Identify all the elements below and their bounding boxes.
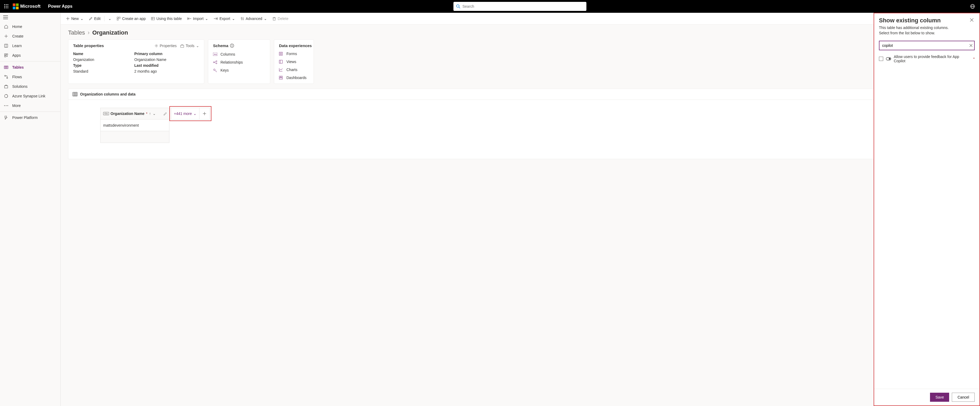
app-launcher-button[interactable] <box>2 2 11 11</box>
columns-data-section: Organization columns and data Abc Organi… <box>68 89 972 159</box>
brand-text: Microsoft <box>20 4 41 9</box>
nav-solutions[interactable]: Solutions <box>0 82 60 91</box>
panel-subtitle-1: This table has additional existing colum… <box>879 25 975 30</box>
prop-modified-value: 2 months ago <box>134 69 196 73</box>
card-title: Data experiences <box>279 43 312 48</box>
nav-learn[interactable]: Learn <box>0 41 60 51</box>
clear-search-button[interactable] <box>969 44 972 47</box>
chevron-right-icon: › <box>88 29 90 36</box>
plus-icon <box>66 17 70 21</box>
svg-rect-21 <box>5 54 6 55</box>
dexp-views[interactable]: Views <box>279 60 309 64</box>
column-header[interactable]: Abc Organization Name* ↑ ⌄ <box>100 108 169 119</box>
svg-rect-75 <box>281 76 282 77</box>
dexp-charts[interactable]: Charts <box>279 68 309 72</box>
globe-icon <box>970 4 975 9</box>
nav-apps[interactable]: Apps <box>0 51 60 60</box>
data-cell[interactable]: mattsdevenvironment <box>100 119 169 131</box>
breadcrumb-root[interactable]: Tables <box>68 29 85 36</box>
info-icon[interactable]: ⓘ <box>230 43 234 48</box>
nav-label: Learn <box>12 44 22 48</box>
cmd-create-app[interactable]: Create an app <box>115 15 148 22</box>
cmd-edit-dropdown[interactable]: ⌄ <box>106 15 113 22</box>
app-name: Power Apps <box>48 4 73 9</box>
columns-icon: Abc <box>213 53 218 56</box>
pencil-icon <box>89 17 92 21</box>
import-icon <box>187 17 191 20</box>
schema-columns[interactable]: AbcColumns <box>213 52 265 56</box>
dexp-dashboards[interactable]: Dashboards <box>279 76 309 80</box>
nav-label: Tables <box>12 65 24 69</box>
svg-line-63 <box>214 61 216 62</box>
cmd-advanced[interactable]: Advanced⌄ <box>238 15 269 22</box>
hamburger-icon <box>3 16 8 19</box>
cancel-button[interactable]: Cancel <box>952 393 975 402</box>
nav-power-platform[interactable]: Power Platform <box>0 113 60 123</box>
cmd-delete[interactable]: Delete <box>270 15 290 22</box>
waffle-icon <box>4 4 8 8</box>
svg-rect-3 <box>4 6 5 6</box>
chevron-down-icon[interactable]: ⌄ <box>153 111 156 116</box>
synapse-icon <box>4 94 8 98</box>
nav-collapse-button[interactable] <box>0 13 60 22</box>
properties-button[interactable]: Properties <box>154 44 177 48</box>
cmd-export[interactable]: Export⌄ <box>212 15 237 22</box>
svg-point-51 <box>241 18 242 19</box>
schema-keys[interactable]: Keys <box>213 68 265 72</box>
svg-rect-41 <box>117 19 118 20</box>
data-cell-empty[interactable] <box>100 131 169 143</box>
svg-point-56 <box>156 45 157 46</box>
nav-label: Azure Synapse Link <box>12 94 46 98</box>
nav-more[interactable]: More <box>0 101 60 110</box>
search-input[interactable] <box>463 4 584 8</box>
table-icon <box>151 17 155 21</box>
more-columns-button[interactable]: +441 more ⌄ <box>171 111 199 116</box>
more-icon <box>4 105 8 106</box>
header-globe-button[interactable] <box>967 4 978 9</box>
column-result-row[interactable]: Allow users to provide feedback for App … <box>874 53 980 65</box>
nav-label: Apps <box>12 53 21 57</box>
svg-rect-23 <box>5 56 6 57</box>
svg-rect-0 <box>4 4 5 5</box>
svg-point-62 <box>216 63 217 64</box>
global-search[interactable] <box>453 2 586 11</box>
home-icon <box>4 24 8 29</box>
global-header: Microsoft Power Apps <box>0 0 980 13</box>
nav-label: Power Platform <box>12 115 38 120</box>
svg-line-67 <box>216 71 216 71</box>
cmd-new[interactable]: New⌄ <box>64 15 86 22</box>
plus-icon <box>4 34 8 38</box>
schema-relationships[interactable]: Relationships <box>213 60 265 64</box>
column-search-input[interactable] <box>879 41 975 50</box>
nav-create[interactable]: Create <box>0 32 60 41</box>
column-checkbox[interactable] <box>879 57 883 61</box>
text-type-icon: Abc <box>103 112 109 115</box>
toolbox-icon <box>180 44 184 48</box>
charts-icon <box>279 68 284 72</box>
nav-synapse[interactable]: Azure Synapse Link <box>0 91 60 101</box>
dexp-forms[interactable]: Forms <box>279 52 309 56</box>
panel-subtitle-2: Select from the list below to show. <box>879 30 975 36</box>
nav-label: Home <box>12 24 22 29</box>
cmd-edit[interactable]: Edit <box>87 15 103 22</box>
nav-flows[interactable]: Flows <box>0 72 60 82</box>
save-button[interactable]: Save <box>930 393 949 402</box>
svg-rect-57 <box>181 45 184 47</box>
svg-point-31 <box>6 77 8 78</box>
svg-point-52 <box>243 19 243 20</box>
edit-pencil-icon[interactable] <box>164 112 167 115</box>
close-button[interactable] <box>969 17 975 23</box>
panel-title: Show existing column <box>879 17 941 24</box>
microsoft-squares-icon <box>13 3 19 9</box>
prop-name-value: Organization <box>73 57 134 62</box>
nav-tables[interactable]: Tables <box>0 62 60 72</box>
add-column-button[interactable] <box>199 108 210 119</box>
more-columns-highlight: +441 more ⌄ <box>169 106 212 121</box>
keys-icon <box>213 68 218 72</box>
cmd-using-table[interactable]: Using this table <box>149 15 184 22</box>
svg-point-9 <box>457 5 459 8</box>
tools-button[interactable]: Tools ⌄ <box>180 44 199 48</box>
nav-home[interactable]: Home <box>0 22 60 32</box>
svg-text:Abc: Abc <box>214 54 217 55</box>
cmd-import[interactable]: Import⌄ <box>185 15 211 22</box>
